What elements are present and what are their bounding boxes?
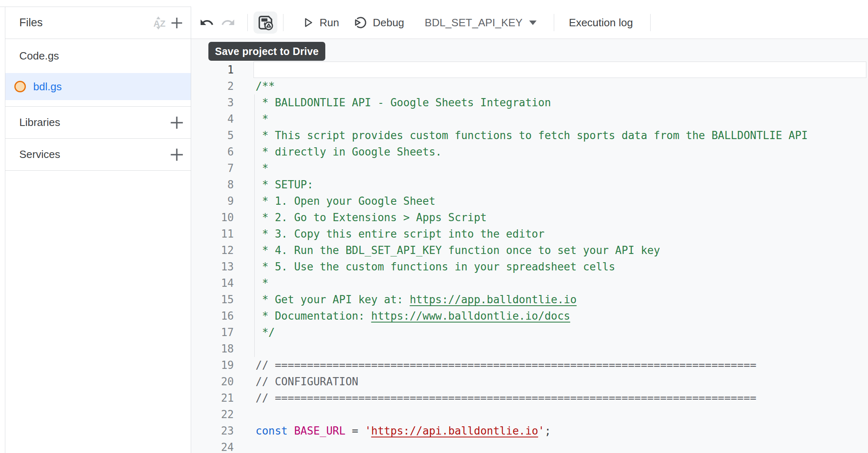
line-number: 4 xyxy=(191,111,234,127)
toolbar-divider xyxy=(554,14,554,31)
code-line[interactable]: 21// ===================================… xyxy=(191,390,868,406)
code-token: * This script provides custom functions … xyxy=(256,129,808,142)
line-number: 16 xyxy=(191,308,234,324)
editor-toolbar: Run Debug BDL_SET_API_KEY Execution log xyxy=(191,7,868,39)
code-token: * xyxy=(256,277,268,289)
run-button[interactable]: Run xyxy=(302,16,339,29)
code-line[interactable]: 24 xyxy=(191,439,868,453)
files-title: Files xyxy=(19,16,43,29)
top-window-strip xyxy=(0,0,868,7)
line-number: 14 xyxy=(191,275,234,291)
code-editor[interactable]: 12/**3 * BALLDONTLIE API - Google Sheets… xyxy=(191,39,868,453)
line-text: * SETUP: xyxy=(256,176,313,193)
code-line[interactable]: 3 * BALLDONTLIE API - Google Sheets Inte… xyxy=(191,94,868,111)
code-line[interactable]: 7 * xyxy=(191,160,868,176)
code-token: // =====================================… xyxy=(256,359,756,371)
line-number: 18 xyxy=(191,341,234,357)
debug-button[interactable]: Debug xyxy=(353,15,404,30)
code-token: https://api.balldontlie.io xyxy=(371,425,538,437)
services-section: Services xyxy=(5,139,191,171)
code-line[interactable]: 5 * This script provides custom function… xyxy=(191,127,868,144)
add-library-button[interactable] xyxy=(168,114,186,132)
code-line[interactable]: 2/** xyxy=(191,78,868,94)
sort-files-button[interactable]: AZ xyxy=(150,14,168,32)
code-line[interactable]: 17 */ xyxy=(191,324,868,341)
code-token: BASE_URL xyxy=(294,425,345,437)
libraries-label: Libraries xyxy=(19,116,60,129)
line-number: 3 xyxy=(191,94,234,111)
line-number: 11 xyxy=(191,226,234,242)
function-selector-dropdown[interactable]: BDL_SET_API_KEY xyxy=(425,16,536,29)
code-line[interactable]: 20// CONFIGURATION xyxy=(191,373,868,390)
line-number: 23 xyxy=(191,423,234,439)
redo-button[interactable] xyxy=(219,14,237,32)
code-token: * xyxy=(256,113,268,125)
code-token: https://app.balldontlie.io xyxy=(410,293,577,306)
code-token: = xyxy=(345,425,365,437)
plus-icon xyxy=(169,114,185,131)
code-line[interactable]: 10 * 2. Go to Extensions > Apps Script xyxy=(191,209,868,226)
run-label: Run xyxy=(320,16,339,29)
code-token: */ xyxy=(256,326,275,339)
code-token: // =====================================… xyxy=(256,392,756,404)
code-line[interactable]: 13 * 5. Use the custom functions in your… xyxy=(191,259,868,275)
file-item-code-gs[interactable]: Code.gs xyxy=(5,39,191,73)
code-token: * 5. Use the custom functions in your sp… xyxy=(256,261,615,273)
line-text: // =====================================… xyxy=(256,357,756,373)
code-token: * SETUP: xyxy=(256,178,313,191)
line-text: * xyxy=(256,275,268,291)
debug-label: Debug xyxy=(373,16,404,29)
code-token: * 3. Copy this entire script into the ed… xyxy=(256,228,544,240)
code-token: ' xyxy=(365,425,371,437)
line-number: 5 xyxy=(191,127,234,144)
files-section-divider xyxy=(5,100,191,107)
code-line[interactable]: 14 * xyxy=(191,275,868,291)
code-line[interactable]: 6 * directly in Google Sheets. xyxy=(191,144,868,160)
code-token: * 2. Go to Extensions > Apps Script xyxy=(256,211,487,224)
toolbar-divider xyxy=(650,14,651,31)
code-line[interactable]: 23const BASE_URL = 'https://api.balldont… xyxy=(191,423,868,439)
toolbar-divider xyxy=(247,14,248,31)
line-number: 20 xyxy=(191,373,234,390)
line-number: 15 xyxy=(191,291,234,308)
code-token: const xyxy=(256,425,288,437)
save-project-button[interactable] xyxy=(254,11,277,34)
code-line[interactable]: 18 xyxy=(191,341,868,357)
line-text: * BALLDONTLIE API - Google Sheets Integr… xyxy=(256,94,551,111)
redo-arrow-icon xyxy=(221,15,235,30)
code-token: https://www.balldontlie.io/docs xyxy=(371,310,570,322)
code-token: ' xyxy=(538,425,545,437)
line-number: 2 xyxy=(191,78,234,94)
file-name: Code.gs xyxy=(19,50,59,62)
plus-icon xyxy=(169,146,185,163)
az-sort-icon: AZ xyxy=(150,14,168,32)
line-number: 9 xyxy=(191,193,234,209)
line-text: * Get your API key at: https://app.balld… xyxy=(256,291,577,308)
code-token: * Get your API key at: xyxy=(256,293,410,306)
add-file-button[interactable] xyxy=(168,14,186,32)
line-text: * 1. Open your Google Sheet xyxy=(256,193,435,209)
code-line[interactable]: 1 xyxy=(191,62,868,78)
libraries-section: Libraries xyxy=(5,107,191,139)
code-line[interactable]: 15 * Get your API key at: https://app.ba… xyxy=(191,291,868,308)
code-line[interactable]: 16 * Documentation: https://www.balldont… xyxy=(191,308,868,324)
caret-down-icon xyxy=(529,21,537,25)
line-number: 13 xyxy=(191,259,234,275)
line-text: * This script provides custom functions … xyxy=(256,127,808,144)
code-token: // CONFIGURATION xyxy=(256,375,358,388)
code-line[interactable]: 19// ===================================… xyxy=(191,357,868,373)
code-line[interactable]: 22 xyxy=(191,406,868,423)
code-line[interactable]: 11 * 3. Copy this entire script into the… xyxy=(191,226,868,242)
undo-button[interactable] xyxy=(198,14,216,32)
line-text: * 4. Run the BDL_SET_API_KEY function on… xyxy=(256,242,660,259)
code-line[interactable]: 12 * 4. Run the BDL_SET_API_KEY function… xyxy=(191,242,868,259)
code-line[interactable]: 9 * 1. Open your Google Sheet xyxy=(191,193,868,209)
code-line[interactable]: 8 * SETUP: xyxy=(191,176,868,193)
code-token: * directly in Google Sheets. xyxy=(256,146,442,158)
add-service-button[interactable] xyxy=(168,146,186,164)
line-text: * directly in Google Sheets. xyxy=(256,144,442,160)
line-number: 17 xyxy=(191,324,234,341)
code-line[interactable]: 4 * xyxy=(191,111,868,127)
file-item-bdl-gs-selected[interactable]: bdl.gs xyxy=(5,73,191,100)
execution-log-button[interactable]: Execution log xyxy=(569,16,633,29)
